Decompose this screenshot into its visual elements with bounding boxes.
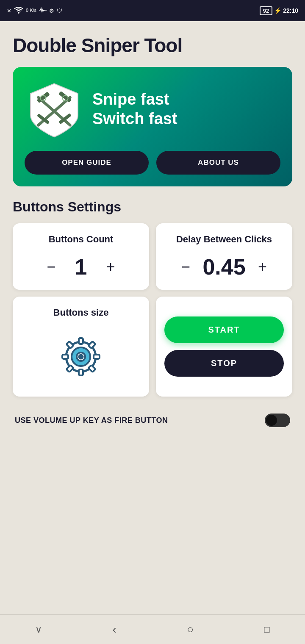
settings-grid: Buttons Count − 1 + Delay Between Clicks… [13,223,292,397]
charging-icon: ⚡ [274,7,281,14]
status-left: ✕ 0 K/s ⚙ 🛡 [7,7,62,15]
buttons-size-label: Buttons size [21,307,141,319]
delay-counter: − 0.45 + [164,254,284,280]
buttons-count-value: 1 [68,254,94,280]
heartbeat-icon [39,7,47,14]
status-right: 92 ⚡ 22:10 [260,6,298,15]
buttons-count-increment[interactable]: + [102,258,119,275]
action-card: START STOP [156,297,292,397]
gear-icon [55,331,106,382]
delay-label: Delay Between Clicks [164,233,284,246]
buttons-count-counter: − 1 + [21,254,141,280]
hero-inner: Snipe fast Switch fast [25,80,280,139]
nav-back-icon[interactable]: ‹ [108,619,121,641]
section-title: Buttons Settings [13,199,292,215]
hero-banner: Snipe fast Switch fast OPEN GUIDE ABOUT … [13,67,292,186]
hero-buttons: OPEN GUIDE ABOUT US [25,151,280,175]
svg-rect-13 [79,369,83,375]
delay-card: Delay Between Clicks − 0.45 + [156,223,292,290]
delay-decrement[interactable]: − [177,258,194,275]
svg-rect-17 [89,341,96,349]
shield-icon: 🛡 [57,8,62,14]
clock: 22:10 [283,7,298,14]
signal-icon: ✕ [7,8,11,14]
svg-rect-18 [67,365,74,372]
toggle-knob [266,415,277,426]
svg-rect-14 [62,355,68,359]
nav-bar: ∨ ‹ ○ □ [0,614,305,644]
tagline-line2: Switch fast [92,110,177,128]
svg-rect-12 [79,338,83,344]
app-logo [25,80,84,139]
main-content: Double Sniper Tool [0,21,305,614]
network-speed: 0 K/s [26,8,36,13]
svg-point-11 [79,355,83,358]
hero-tagline: Snipe fast Switch fast [92,90,177,128]
open-guide-button[interactable]: OPEN GUIDE [25,151,149,175]
battery-indicator: 92 [260,6,272,15]
status-bar: ✕ 0 K/s ⚙ 🛡 92 ⚡ 22:10 [0,0,305,21]
svg-rect-19 [89,365,96,372]
buttons-count-label: Buttons Count [21,233,141,246]
svg-rect-15 [94,355,100,359]
stop-button[interactable]: STOP [164,350,284,377]
buttons-count-card: Buttons Count − 1 + [13,223,149,290]
gear-icon-container [21,327,141,386]
nav-down-icon[interactable]: ∨ [31,620,46,639]
wifi-icon [14,7,23,15]
delay-increment[interactable]: + [254,258,271,275]
start-button[interactable]: START [164,316,284,343]
about-us-button[interactable]: ABOUT US [156,151,280,175]
buttons-size-card[interactable]: Buttons size [13,297,149,397]
volume-toggle-row: USE VOLUME UP KEY AS FIRE BUTTON [13,409,292,431]
nav-recents-icon[interactable]: □ [260,620,274,639]
svg-rect-16 [67,341,74,349]
buttons-count-decrement[interactable]: − [43,258,60,275]
volume-toggle-switch[interactable] [265,414,290,427]
delay-value: 0.45 [202,254,245,280]
usb-icon: ⚙ [49,8,54,14]
app-title: Double Sniper Tool [13,34,292,57]
volume-label: USE VOLUME UP KEY AS FIRE BUTTON [15,416,168,425]
tagline-line1: Snipe fast [92,90,169,108]
nav-home-icon[interactable]: ○ [183,619,198,640]
